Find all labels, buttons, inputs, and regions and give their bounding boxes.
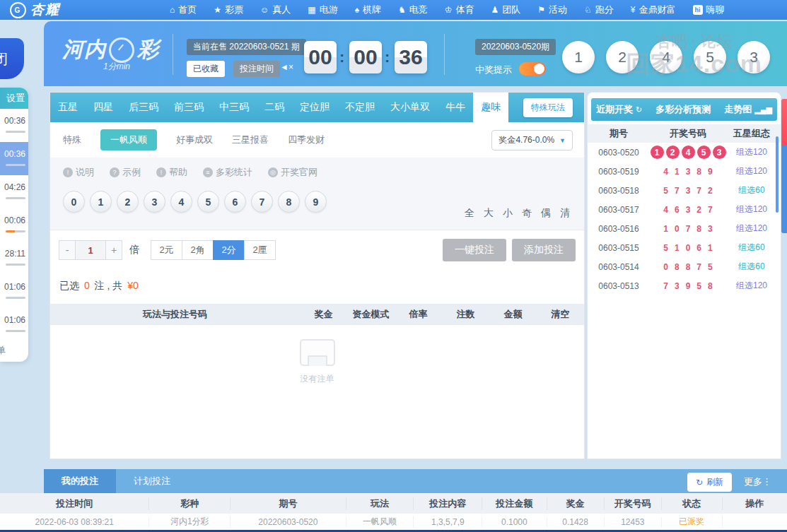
prize-rate-dropdown[interactable]: 奖金4.76-0.0% ▼ (491, 130, 573, 150)
nav-item-label: 电游 (320, 4, 338, 16)
help-link[interactable]: !帮助 (156, 166, 187, 179)
multiplier-plus-button[interactable]: + (105, 240, 122, 260)
top-navigation: G 杏耀 ⌂首页★彩票☺真人▦电游♠棋牌♞电竞♔体育♟团队⚑活动♘跑分¥金鼎财富… (0, 0, 787, 20)
one-click-bet-button[interactable]: 一键投注 (443, 239, 506, 261)
multiplier-value[interactable]: 1 (76, 240, 105, 260)
recent-draw-rows: 0603-052012453组选1200603-051941389组选12006… (588, 143, 781, 295)
denom-button-3[interactable]: 2厘 (244, 240, 276, 260)
quick-pick-3[interactable]: 奇 (522, 207, 532, 220)
quick-pick-5[interactable]: 清 (560, 207, 570, 220)
bet-col-6[interactable]: 清空 (537, 308, 584, 321)
game-tab-4[interactable]: 中三码 (211, 93, 257, 122)
sidebar-lottery-item[interactable]: 00:36 (0, 142, 28, 175)
sidebar-lottery-item[interactable]: 04:26 (0, 175, 28, 208)
nav-item-sports[interactable]: ♔体育 (436, 0, 483, 20)
panel-scrollbar[interactable] (776, 136, 779, 213)
bottom-tab-0[interactable]: 我的投注 (44, 469, 116, 493)
add-bet-button[interactable]: 添加投注 (512, 239, 576, 261)
number-ball-5[interactable]: 5 (197, 191, 219, 213)
sub-tab-2[interactable]: 好事成双 (176, 134, 213, 146)
game-tab-7[interactable]: 不定胆 (337, 93, 383, 122)
game-tab-0[interactable]: 五星 (50, 93, 86, 122)
quick-pick-2[interactable]: 小 (503, 207, 513, 220)
number-ball-2[interactable]: 2 (117, 191, 139, 213)
quick-pick-0[interactable]: 全 (465, 207, 474, 220)
stats-link[interactable]: ≡多彩统计 (203, 166, 252, 179)
official-link[interactable]: ◎开奖官网 (268, 166, 317, 179)
number-ball-7[interactable]: 7 (251, 191, 273, 213)
floating-widget-blue[interactable] (781, 146, 787, 233)
nav-item-chess[interactable]: ♠棋牌 (346, 0, 390, 20)
game-tab-9[interactable]: 牛牛 (438, 93, 473, 122)
sub-tab-4[interactable]: 四季发财 (288, 134, 325, 146)
game-tab-10[interactable]: 趣味 (473, 93, 508, 122)
nav-item-activity[interactable]: ⚑活动 (529, 0, 576, 20)
nav-item-jinding[interactable]: ¥金鼎财富 (622, 0, 684, 20)
game-tab-1[interactable]: 四星 (86, 93, 121, 122)
draw-number: 7 (675, 186, 680, 196)
bet-col-5: 金额 (489, 308, 537, 321)
sidebar-lottery-item[interactable]: 00:36 (0, 109, 28, 142)
number-ball-4[interactable]: 4 (170, 191, 192, 213)
game-tab-3[interactable]: 前三码 (166, 93, 211, 122)
special-play-button[interactable]: 特殊玩法 (523, 98, 573, 117)
chevron-down-icon: ▼ (559, 137, 566, 144)
nav-item-label: 金鼎财富 (639, 4, 676, 16)
collapsed-panel-tab[interactable]: 闭 (0, 38, 24, 79)
sidebar-lottery-item[interactable]: 28:11 (0, 242, 28, 275)
floating-widget-red[interactable] (781, 99, 787, 146)
bets-cell-0: 2022-06-03 08:39:21 (0, 517, 149, 527)
nav-item-lottery[interactable]: ★彩票 (205, 0, 252, 20)
sidebar-lottery-item[interactable]: 01:06 (0, 275, 28, 308)
nav-item-paofen[interactable]: ♘跑分 (576, 0, 622, 20)
sub-tab-1[interactable]: 一帆风顺 (100, 129, 157, 150)
recent-tab-1[interactable]: 多彩分析预测 (655, 103, 711, 116)
recent-col-1: 开奖号码 (650, 127, 726, 140)
info-link[interactable]: !说明 (63, 166, 94, 179)
number-ball-6[interactable]: 6 (224, 191, 246, 213)
sub-tab-0[interactable]: 特殊 (63, 134, 81, 146)
denom-button-2[interactable]: 2分 (213, 240, 245, 260)
nav-item-egame[interactable]: ▦电游 (299, 0, 346, 20)
number-ball-0[interactable]: 0 (63, 191, 85, 213)
multiplier-stepper: - 1 + 倍 2元2角2分2厘 (59, 240, 275, 260)
sidebar-lottery-item[interactable]: 00:06 (0, 208, 28, 242)
nav-item-live[interactable]: ☺真人 (252, 0, 299, 20)
sidebar-settings-button[interactable]: 设置 (0, 88, 28, 109)
recent-tab-0[interactable]: 近期开奖↻ (596, 103, 642, 116)
game-tab-6[interactable]: 定位胆 (292, 93, 337, 122)
game-tab-5[interactable]: 二码 (257, 93, 292, 122)
win-tip-toggle[interactable] (519, 62, 546, 76)
brand-logo[interactable]: G 杏耀 (10, 1, 60, 19)
quick-pick-4[interactable]: 偶 (541, 207, 551, 220)
denom-button-0[interactable]: 2元 (151, 240, 182, 260)
nav-item-label: 活动 (549, 4, 567, 16)
recent-tab-2[interactable]: 走势图▂▄▆ (724, 103, 772, 116)
bottom-tab-1[interactable]: 计划投注 (116, 469, 188, 493)
countdown-separator: : (339, 48, 344, 66)
help-link-label: 开奖官网 (281, 166, 317, 179)
quick-pick-1[interactable]: 大 (484, 207, 494, 220)
refresh-button[interactable]: ↻ 刷新 (687, 473, 732, 492)
example-link[interactable]: ?示例 (110, 166, 141, 179)
nav-item-hi[interactable]: hi嗨聊 (684, 0, 733, 20)
multiplier-minus-button[interactable]: - (59, 240, 76, 260)
number-ball-3[interactable]: 3 (144, 191, 165, 213)
bet-time-button[interactable]: 投注时间 (233, 61, 280, 77)
number-ball-1[interactable]: 1 (90, 191, 112, 213)
live-icon: ☺ (260, 5, 269, 15)
sidebar-lottery-item[interactable]: 01:06 (0, 308, 28, 341)
mute-icon[interactable]: ◄× (280, 62, 293, 72)
nav-item-home[interactable]: ⌂首页 (161, 0, 205, 20)
nav-item-esports[interactable]: ♞电竞 (390, 0, 436, 20)
game-tab-2[interactable]: 后三码 (121, 93, 166, 122)
nav-item-team[interactable]: ♟团队 (483, 0, 530, 20)
favorited-button[interactable]: 已收藏 (187, 61, 225, 77)
sub-tab-3[interactable]: 三星报喜 (232, 134, 269, 146)
game-tab-8[interactable]: 大小单双 (383, 93, 438, 122)
more-button[interactable]: 更多⋮ (744, 475, 771, 488)
number-ball-9[interactable]: 9 (305, 191, 327, 213)
number-ball-8[interactable]: 8 (278, 191, 300, 213)
denom-button-1[interactable]: 2角 (182, 240, 214, 260)
recent-tab-label: 走势图 (724, 103, 752, 116)
